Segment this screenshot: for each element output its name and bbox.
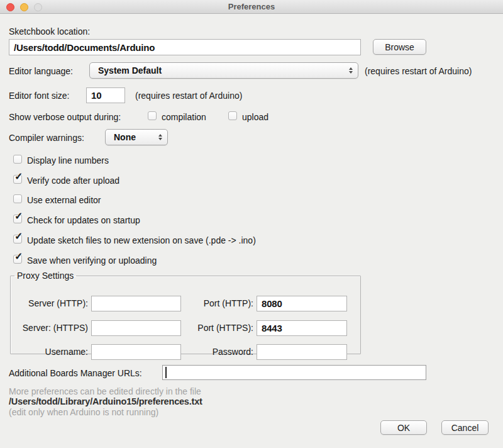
cancel-button-label: Cancel bbox=[451, 423, 479, 433]
checkbox-verbose-upload[interactable]: ✓ bbox=[228, 111, 237, 120]
checkbox-verbose-compilation[interactable]: ✓ bbox=[148, 111, 157, 120]
use-external-editor-label[interactable]: Use external editor bbox=[27, 195, 101, 205]
footer-note-line1: More preferences can be edited directly … bbox=[9, 386, 201, 396]
cancel-button[interactable]: Cancel bbox=[441, 420, 489, 435]
port-http-input[interactable] bbox=[257, 296, 347, 311]
ok-button[interactable]: OK bbox=[380, 420, 427, 435]
preferences-file-path: /Users/todd/Library/Arduino15/preference… bbox=[9, 396, 202, 406]
proxy-settings-group: Proxy Settings Server (HTTP): Port (HTTP… bbox=[10, 271, 361, 354]
checkbox-update-sketch-files[interactable]: ✓ bbox=[13, 235, 22, 244]
compiler-warnings-value: None bbox=[114, 132, 136, 142]
footer-note-line3: (edit only when Arduino is not running) bbox=[9, 407, 158, 417]
fontsize-restart-note: (requires restart of Arduino) bbox=[135, 91, 242, 101]
server-http-label: Server (HTTP): bbox=[13, 298, 88, 308]
verbose-upload-label[interactable]: upload bbox=[242, 112, 268, 122]
password-label: Password: bbox=[185, 347, 253, 357]
port-https-input[interactable] bbox=[257, 320, 347, 336]
checkmark-icon: ✓ bbox=[14, 211, 23, 221]
verbose-output-label: Show verbose output during: bbox=[9, 112, 121, 122]
port-https-label: Port (HTTPS): bbox=[185, 323, 253, 333]
browse-button[interactable]: Browse bbox=[373, 39, 426, 55]
checkmark-icon: ✓ bbox=[14, 172, 23, 182]
checkbox-use-external-editor[interactable]: ✓ bbox=[13, 194, 22, 203]
stepper-icon bbox=[158, 134, 162, 140]
verify-code-after-upload-label[interactable]: Verify code after upload bbox=[27, 176, 119, 186]
checkbox-save-when-verifying[interactable]: ✓ bbox=[13, 255, 22, 264]
checkbox-verify-code-after-upload[interactable]: ✓ bbox=[13, 175, 22, 184]
checkmark-icon: ✓ bbox=[14, 232, 23, 242]
stepper-icon bbox=[349, 67, 353, 74]
password-input[interactable] bbox=[257, 344, 347, 360]
display-line-numbers-label[interactable]: Display line numbers bbox=[27, 155, 109, 165]
boards-manager-urls-label: Additional Boards Manager URLs: bbox=[9, 368, 142, 378]
save-when-verifying-label[interactable]: Save when verifying or uploading bbox=[27, 255, 157, 266]
checkmark-icon: ✓ bbox=[14, 252, 23, 262]
compiler-warnings-select[interactable]: None bbox=[105, 129, 168, 145]
server-https-input[interactable] bbox=[91, 320, 181, 336]
update-sketch-files-label[interactable]: Update sketch files to new extension on … bbox=[27, 235, 256, 245]
port-http-label: Port (HTTP): bbox=[185, 298, 253, 308]
username-label: Username: bbox=[13, 347, 88, 357]
server-http-input[interactable] bbox=[91, 296, 181, 311]
compiler-warnings-label: Compiler warnings: bbox=[9, 133, 84, 143]
sketchbook-location-input[interactable] bbox=[9, 39, 361, 55]
ok-button-label: OK bbox=[397, 423, 410, 433]
proxy-settings-legend: Proxy Settings bbox=[14, 271, 76, 281]
language-restart-note: (requires restart of Arduino) bbox=[365, 66, 472, 76]
browse-button-label: Browse bbox=[385, 42, 414, 52]
server-https-label: Server: (HTTPS) bbox=[13, 323, 88, 333]
verbose-compilation-label[interactable]: compilation bbox=[162, 112, 206, 122]
username-input[interactable] bbox=[91, 344, 181, 360]
editor-font-size-input[interactable] bbox=[86, 87, 125, 103]
preferences-dialog: Preferences Sketchbook location: Browse … bbox=[0, 0, 503, 448]
editor-language-value: System Default bbox=[98, 65, 162, 76]
window-title: Preferences bbox=[0, 2, 503, 11]
title-bar: Preferences bbox=[0, 0, 503, 14]
check-for-updates-label[interactable]: Check for updates on startup bbox=[27, 215, 140, 225]
editor-language-label: Editor language: bbox=[9, 66, 73, 76]
sketchbook-location-label: Sketchbook location: bbox=[9, 26, 90, 36]
text-caret bbox=[165, 367, 167, 378]
boards-manager-urls-input[interactable] bbox=[162, 365, 426, 380]
editor-font-size-label: Editor font size: bbox=[9, 91, 70, 101]
checkbox-check-for-updates[interactable]: ✓ bbox=[13, 215, 22, 223]
checkbox-display-line-numbers[interactable]: ✓ bbox=[13, 155, 22, 164]
editor-language-select[interactable]: System Default bbox=[89, 62, 358, 79]
